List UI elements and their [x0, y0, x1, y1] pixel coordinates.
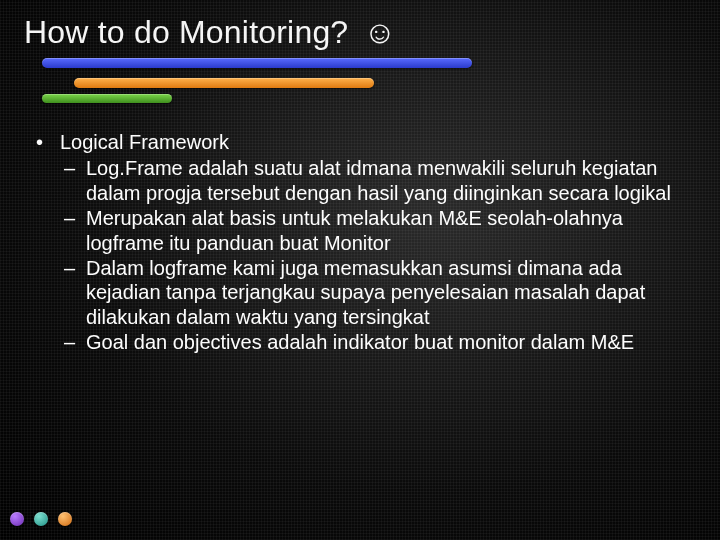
sub-bullet-text: Log.Frame adalah suatu alat idmana menwa…: [86, 157, 671, 203]
dot-teal: [34, 512, 48, 526]
dot-purple: [10, 512, 24, 526]
sub-bullet-text: Goal dan objectives adalah indikator bua…: [86, 331, 634, 353]
sub-bullet-text: Merupakan alat basis untuk melakukan M&E…: [86, 207, 623, 253]
accent-bar-green: [42, 94, 172, 103]
slide-body: Logical Framework Log.Frame adalah suatu…: [38, 130, 680, 356]
dot-orange: [58, 512, 72, 526]
decorative-bars: [0, 58, 472, 113]
sub-bullet: Goal dan objectives adalah indikator bua…: [60, 330, 680, 354]
title-text: How to do Monitoring?: [24, 14, 348, 50]
sub-bullet-text: Dalam logframe kami juga memasukkan asum…: [86, 257, 645, 328]
slide-title: How to do Monitoring? ☺: [24, 14, 396, 51]
decorative-dots: [10, 512, 72, 526]
accent-bar-orange: [74, 78, 374, 88]
accent-bar-blue: [42, 58, 472, 68]
smiley-icon: ☺: [363, 14, 396, 50]
bullet-main-text: Logical Framework: [60, 131, 229, 153]
sub-bullet: Merupakan alat basis untuk melakukan M&E…: [60, 206, 680, 255]
sub-bullet: Dalam logframe kami juga memasukkan asum…: [60, 256, 680, 329]
bullet-main: Logical Framework Log.Frame adalah suatu…: [38, 130, 680, 355]
sub-bullet: Log.Frame adalah suatu alat idmana menwa…: [60, 156, 680, 205]
